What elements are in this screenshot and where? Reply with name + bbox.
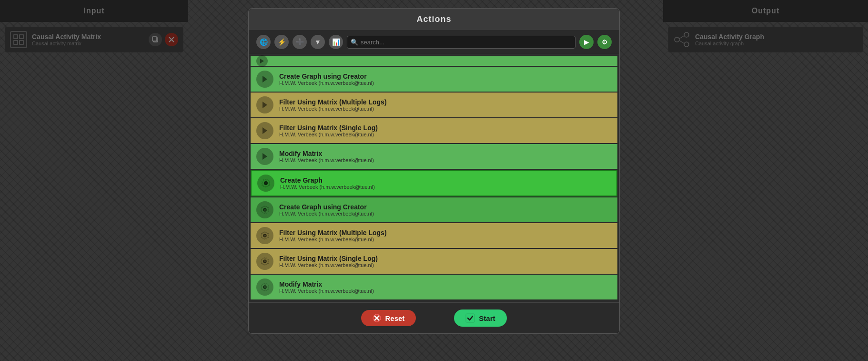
item-sub-6: H.M.W. Verbeek (h.m.w.verbeek@tue.nl) (279, 211, 374, 217)
modal-footer: Reset Start (249, 302, 619, 333)
svg-point-23 (263, 286, 266, 289)
play-filter-button[interactable]: ▶ (579, 35, 594, 49)
item-sub-8: H.M.W. Verbeek (h.m.w.verbeek@tue.nl) (279, 262, 378, 268)
svg-marker-17 (262, 153, 267, 160)
list-item-create-graph-selected[interactable]: Create Graph H.M.W. Verbeek (h.m.w.verbe… (251, 170, 617, 196)
item-title-8: Filter Using Matrix (Single Log) (279, 255, 378, 262)
svg-point-22 (263, 260, 266, 263)
list-item-text-3: Filter Using Matrix (Single Log) H.M.W. … (279, 124, 378, 137)
modal-title: Actions (416, 14, 451, 24)
gear-icon-7 (256, 227, 273, 244)
settings-button[interactable]: ⚙ (597, 35, 612, 49)
svg-point-20 (263, 208, 266, 211)
gear-icon-8 (256, 253, 273, 270)
item-sub-4: H.M.W. Verbeek (h.m.w.verbeek@tue.nl) (279, 157, 374, 163)
svg-rect-27 (466, 314, 474, 322)
list-item-create-graph-creator-1[interactable]: Create Graph using Creator H.M.W. Verbee… (251, 67, 617, 92)
item-title-6: Create Graph using Creator (279, 203, 374, 211)
list-item-filter-multiple-2[interactable]: Filter Using Matrix (Multiple Logs) H.M.… (251, 223, 617, 248)
modal-toolbar: 🌐 ⚡ ➕ ▼ 📊 🔍 ▶ ⚙ (249, 30, 619, 54)
list-item-truncated[interactable] (251, 56, 617, 66)
list-item-modify-matrix-1[interactable]: Modify Matrix H.M.W. Verbeek (h.m.w.verb… (251, 144, 617, 169)
filter-button[interactable]: ▼ (311, 35, 325, 49)
item-title-1: Create Graph using Creator (279, 72, 374, 80)
svg-marker-13 (260, 59, 264, 63)
start-label: Start (479, 314, 495, 322)
chart-button[interactable]: 📊 (329, 35, 343, 49)
reset-button[interactable]: Reset (361, 310, 416, 326)
gear-icon-6 (256, 201, 273, 218)
lightning-button[interactable]: ⚡ (274, 35, 289, 49)
list-item-text-8: Filter Using Matrix (Single Log) H.M.W. … (279, 255, 378, 268)
gear-icon-9 (256, 278, 273, 296)
item-title-3: Filter Using Matrix (Single Log) (279, 124, 378, 132)
svg-marker-16 (262, 127, 267, 134)
item-sub-2: H.M.W. Verbeek (h.m.w.verbeek@tue.nl) (279, 106, 387, 112)
plus-button[interactable]: ➕ (293, 35, 307, 49)
list-item-modify-matrix-2[interactable]: Modify Matrix H.M.W. Verbeek (h.m.w.verb… (251, 275, 617, 299)
play-icon-2 (256, 96, 273, 113)
item-title-5: Create Graph (280, 176, 375, 184)
list-item-text-4: Modify Matrix H.M.W. Verbeek (h.m.w.verb… (279, 150, 374, 163)
gear-icon-5 (257, 175, 274, 192)
globe-button[interactable]: 🌐 (256, 35, 271, 49)
item-sub-1: H.M.W. Verbeek (h.m.w.verbeek@tue.nl) (279, 80, 374, 86)
item-sub-9: H.M.W. Verbeek (h.m.w.verbeek@tue.nl) (279, 288, 374, 294)
reset-label: Reset (385, 314, 404, 322)
play-icon-3 (256, 122, 273, 139)
list-item-text-9: Modify Matrix H.M.W. Verbeek (h.m.w.verb… (279, 280, 374, 294)
svg-marker-14 (262, 76, 267, 83)
start-button[interactable]: Start (454, 309, 506, 327)
item-title-7: Filter Using Matrix (Multiple Logs) (279, 229, 387, 237)
start-icon (465, 313, 475, 323)
svg-point-19 (264, 182, 268, 185)
item-title-4: Modify Matrix (279, 150, 374, 157)
item-title-9: Modify Matrix (279, 280, 374, 288)
search-input[interactable] (347, 36, 575, 49)
list-item-create-graph-creator-2[interactable]: Create Graph using Creator H.M.W. Verbee… (251, 197, 617, 222)
truncated-icon (256, 55, 268, 67)
play-icon-1 (256, 71, 273, 88)
search-icon: 🔍 (351, 39, 358, 46)
actions-modal: Actions 🌐 ⚡ ➕ ▼ 📊 🔍 ▶ ⚙ (248, 8, 620, 334)
item-title-2: Filter Using Matrix (Multiple Logs) (279, 98, 387, 106)
reset-icon (373, 314, 381, 322)
item-sub-5: H.M.W. Verbeek (h.m.w.verbeek@tue.nl) (280, 184, 375, 190)
list-item-filter-single-2[interactable]: Filter Using Matrix (Single Log) H.M.W. … (251, 249, 617, 274)
list-item-filter-multiple-1[interactable]: Filter Using Matrix (Multiple Logs) H.M.… (251, 93, 617, 117)
item-sub-7: H.M.W. Verbeek (h.m.w.verbeek@tue.nl) (279, 237, 387, 242)
list-item-text-7: Filter Using Matrix (Multiple Logs) H.M.… (279, 229, 387, 242)
list-item-text-5: Create Graph H.M.W. Verbeek (h.m.w.verbe… (280, 176, 375, 190)
modal-overlay: Actions 🌐 ⚡ ➕ ▼ 📊 🔍 ▶ ⚙ (0, 0, 868, 361)
list-item-text-1: Create Graph using Creator H.M.W. Verbee… (279, 72, 374, 86)
modal-title-bar: Actions (249, 9, 619, 30)
search-wrapper: 🔍 (347, 36, 575, 49)
list-item-text-2: Filter Using Matrix (Multiple Logs) H.M.… (279, 98, 387, 112)
list-item-text-6: Create Graph using Creator H.M.W. Verbee… (279, 203, 374, 217)
svg-marker-15 (262, 102, 267, 108)
play-icon-4 (256, 148, 273, 165)
item-sub-3: H.M.W. Verbeek (h.m.w.verbeek@tue.nl) (279, 132, 378, 137)
svg-point-21 (263, 234, 266, 237)
modal-list[interactable]: Create Graph using Creator H.M.W. Verbee… (249, 54, 619, 302)
list-item-filter-single-1[interactable]: Filter Using Matrix (Single Log) H.M.W. … (251, 118, 617, 143)
